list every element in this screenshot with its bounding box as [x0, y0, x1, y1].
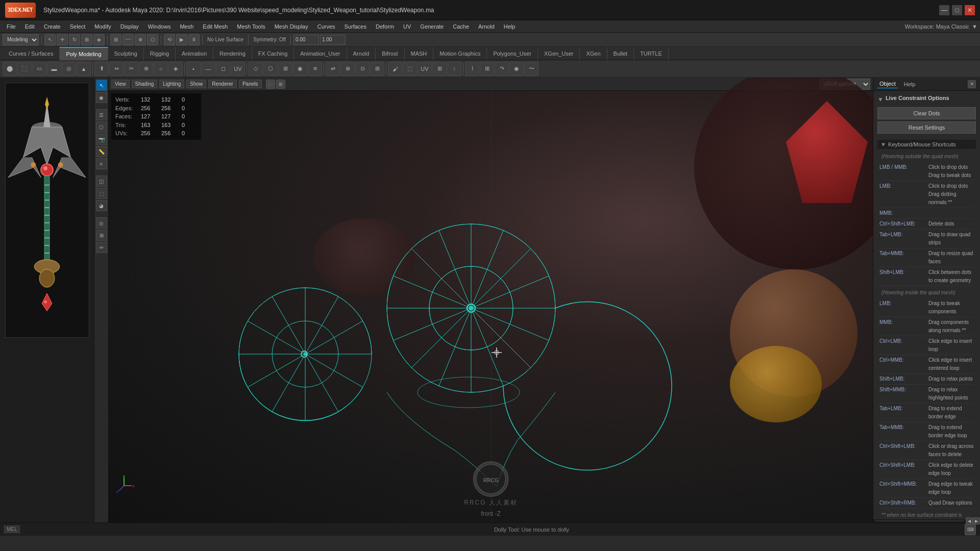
- pause-btn[interactable]: ⏸: [188, 34, 200, 45]
- relax-btn[interactable]: 〜: [524, 62, 538, 76]
- reset-settings-button[interactable]: Reset Settings: [877, 121, 976, 134]
- value-input2[interactable]: [320, 35, 346, 45]
- menu-deform[interactable]: Deform: [372, 22, 398, 31]
- tab-animation-user[interactable]: Animation_User: [294, 47, 347, 60]
- menu-mesh-display[interactable]: Mesh Display: [271, 22, 312, 31]
- menu-edit-mesh[interactable]: Edit Mesh: [199, 22, 232, 31]
- tab-animation[interactable]: Animation: [176, 47, 213, 60]
- connect-btn[interactable]: ⊕: [139, 62, 153, 76]
- move-tool-btn[interactable]: ✛: [57, 34, 68, 45]
- offset-btn[interactable]: ⊞: [278, 62, 292, 76]
- maximize-button[interactable]: □: [952, 5, 962, 15]
- paint-select-btn[interactable]: ◉: [96, 92, 107, 103]
- poly-cone-btn[interactable]: ▲: [77, 62, 91, 76]
- menu-windows[interactable]: Windows: [144, 22, 175, 31]
- menu-arnold[interactable]: Arnold: [474, 22, 499, 31]
- vp-cam-btn[interactable]: 🎥: [266, 80, 275, 89]
- checker-btn[interactable]: ⊞: [432, 62, 447, 76]
- shaded-btn[interactable]: ◕: [96, 200, 107, 211]
- vp-renderer-menu[interactable]: Renderer: [208, 80, 237, 88]
- menu-curves[interactable]: Curves: [313, 22, 339, 31]
- menu-mesh-tools[interactable]: Mesh Tools: [233, 22, 269, 31]
- merge-btn[interactable]: ◈: [168, 62, 183, 76]
- tab-bifrost[interactable]: Bifrost: [376, 47, 404, 60]
- select-tool-btn[interactable]: ↖: [44, 34, 56, 45]
- tab-rigging[interactable]: Rigging: [144, 47, 176, 60]
- multi-cut-btn[interactable]: ✂: [124, 62, 138, 76]
- sculpt-btn[interactable]: ◉: [509, 62, 524, 76]
- menu-edit[interactable]: Edit: [21, 22, 39, 31]
- snap-grid-btn[interactable]: ⊞: [110, 34, 121, 45]
- poly-sphere-btn[interactable]: ⬤: [3, 62, 17, 76]
- snap-surface-btn[interactable]: ⬡: [147, 34, 158, 45]
- tab-arnold[interactable]: Arnold: [347, 47, 376, 60]
- show-menu-btn[interactable]: ☰: [96, 109, 107, 120]
- tab-polygons-user[interactable]: Polygons_User: [487, 47, 538, 60]
- menu-cache[interactable]: Cache: [449, 22, 473, 31]
- rp-tab-help[interactable]: Help: [902, 80, 918, 88]
- lattice-btn[interactable]: ⊞: [480, 62, 494, 76]
- select-face-btn[interactable]: ◻: [216, 62, 230, 76]
- shortcuts-section-header[interactable]: ▼ Keyboard/Mouse Shortcuts: [877, 140, 976, 149]
- vp-panels-menu[interactable]: Panels: [239, 80, 262, 88]
- vp-lighting-menu[interactable]: Lighting: [159, 80, 184, 88]
- texture-btn[interactable]: ⬚: [403, 62, 417, 76]
- close-button[interactable]: ✕: [965, 5, 975, 15]
- loop-btn[interactable]: ⬡: [263, 62, 278, 76]
- extrude-btn[interactable]: ⬆: [94, 62, 109, 76]
- tab-rendering[interactable]: Rendering: [213, 47, 252, 60]
- minimize-button[interactable]: —: [939, 5, 949, 15]
- boolean-btn[interactable]: ⊙: [355, 62, 370, 76]
- vp-show-menu[interactable]: Show: [186, 80, 206, 88]
- poly-cube-btn[interactable]: ⬛: [17, 62, 32, 76]
- xray-btn[interactable]: ◫: [96, 176, 107, 187]
- menu-surfaces[interactable]: Surfaces: [340, 22, 371, 31]
- menu-create[interactable]: Create: [40, 22, 65, 31]
- deform-btn[interactable]: ⌇: [465, 62, 479, 76]
- snap-point-btn[interactable]: ⊕: [135, 34, 146, 45]
- menu-help[interactable]: Help: [500, 22, 520, 31]
- menu-select[interactable]: Select: [66, 22, 90, 31]
- poly-plane-btn[interactable]: ▬: [47, 62, 61, 76]
- bridge-btn[interactable]: ⇔: [109, 62, 124, 76]
- paint-btn[interactable]: 🖌: [388, 62, 402, 76]
- crease-btn[interactable]: ≋: [308, 62, 322, 76]
- isolate-btn[interactable]: ◎: [96, 217, 107, 229]
- grid-btn[interactable]: ⊞: [96, 230, 107, 241]
- tab-turtle[interactable]: TURTLE: [634, 47, 669, 60]
- tab-sculpting[interactable]: Sculpting: [108, 47, 144, 60]
- rp-close-btn[interactable]: ✕: [968, 80, 976, 88]
- poly-torus-btn[interactable]: ◎: [62, 62, 76, 76]
- vp-view-menu[interactable]: View: [111, 80, 130, 88]
- menu-modify[interactable]: Modify: [90, 22, 115, 31]
- menu-display[interactable]: Display: [116, 22, 143, 31]
- smooth-btn[interactable]: ◉: [293, 62, 307, 76]
- tab-xgen[interactable]: XGen: [580, 47, 607, 60]
- select-vert-btn[interactable]: •: [186, 62, 201, 76]
- clear-dots-button[interactable]: Clear Dots: [877, 107, 976, 119]
- combine-btn[interactable]: ⊗: [340, 62, 355, 76]
- tab-bullet[interactable]: Bullet: [607, 47, 634, 60]
- fill-hole-btn[interactable]: ○: [154, 62, 168, 76]
- right-panel-scroll[interactable]: ▼ Live Constraint Options Clear Dots Res…: [873, 91, 980, 519]
- mel-badge[interactable]: MEL: [4, 525, 20, 533]
- view-cube-btn[interactable]: ⬡: [96, 121, 107, 133]
- history-btn[interactable]: ⟲: [164, 34, 175, 45]
- menu-file[interactable]: File: [3, 22, 20, 31]
- bevel-btn[interactable]: ◇: [249, 62, 263, 76]
- tab-fx-caching[interactable]: FX Caching: [252, 47, 294, 60]
- menu-mesh[interactable]: Mesh: [176, 22, 198, 31]
- select-edge-btn[interactable]: —: [201, 62, 215, 76]
- scale-tool-btn[interactable]: ⊞: [81, 34, 92, 45]
- poly-cylinder-btn[interactable]: ▭: [32, 62, 46, 76]
- tab-xgen-user[interactable]: XGen_User: [538, 47, 580, 60]
- normals-btn[interactable]: ↑: [447, 62, 461, 76]
- bend-btn[interactable]: ↷: [495, 62, 509, 76]
- rotate-tool-btn[interactable]: ↻: [69, 34, 80, 45]
- duplicate-btn[interactable]: ⊞: [370, 62, 384, 76]
- annotation-btn[interactable]: ✏: [96, 242, 107, 253]
- wireframe-btn[interactable]: ⬚: [96, 188, 107, 199]
- tab-motion-graphics[interactable]: Motion Graphics: [433, 47, 487, 60]
- select-uv-btn[interactable]: UV: [231, 62, 245, 76]
- snap-curve-btn[interactable]: 〰: [122, 34, 134, 45]
